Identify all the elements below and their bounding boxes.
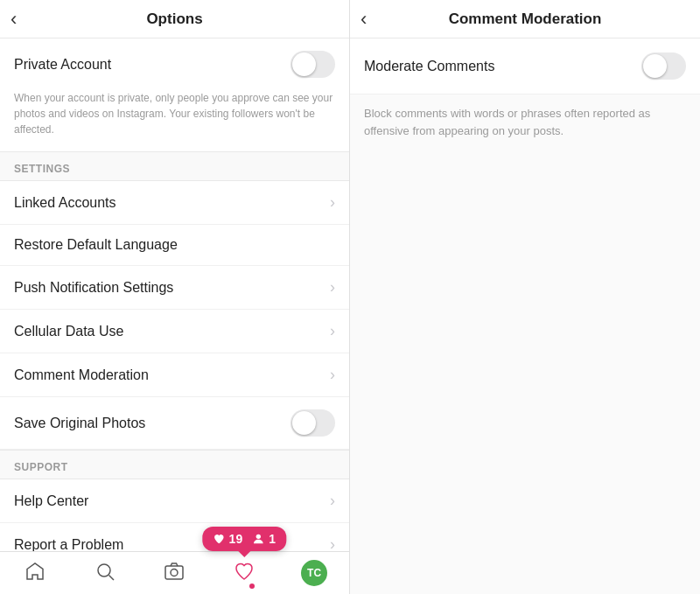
save-photos-toggle[interactable] xyxy=(290,409,335,437)
save-photos-row: Save Original Photos xyxy=(0,397,349,450)
camera-icon xyxy=(164,561,185,585)
moderate-comments-description: Block comments with words or phrases oft… xyxy=(350,94,700,150)
report-problem-row[interactable]: Report a Problem › xyxy=(0,523,349,551)
svg-point-0 xyxy=(98,564,110,577)
private-account-description: When your account is private, only peopl… xyxy=(0,90,349,151)
options-content: Private Account When your account is pri… xyxy=(0,38,349,551)
likes-section: 19 xyxy=(214,532,243,546)
linked-accounts-label: Linked Accounts xyxy=(14,195,116,211)
home-tab[interactable] xyxy=(0,552,70,594)
restore-language-row[interactable]: Restore Default Language xyxy=(0,225,349,266)
comment-moderation-content: Moderate Comments Block comments with wo… xyxy=(350,38,700,594)
private-account-row: Private Account xyxy=(0,38,349,90)
linked-accounts-row[interactable]: Linked Accounts › xyxy=(0,181,349,225)
help-center-chevron: › xyxy=(330,492,335,510)
profile-avatar: TC xyxy=(301,560,327,586)
help-center-row[interactable]: Help Center › xyxy=(0,479,349,523)
push-notification-row[interactable]: Push Notification Settings › xyxy=(0,266,349,310)
search-tab[interactable] xyxy=(70,552,140,594)
svg-line-1 xyxy=(108,576,114,581)
private-account-toggle[interactable] xyxy=(290,51,335,78)
comment-moderation-title: Comment Moderation xyxy=(449,10,602,28)
left-panel: ‹ Options Private Account When your acco… xyxy=(0,0,350,594)
moderate-comments-label: Moderate Comments xyxy=(364,59,494,74)
push-notification-label: Push Notification Settings xyxy=(14,280,173,296)
moderate-comments-row: Moderate Comments xyxy=(350,38,700,94)
followers-section: 1 xyxy=(251,532,276,546)
cellular-data-chevron: › xyxy=(330,322,335,340)
save-photos-label: Save Original Photos xyxy=(14,416,145,431)
right-panel: ‹ Comment Moderation Moderate Comments B… xyxy=(350,0,700,594)
linked-accounts-chevron: › xyxy=(330,193,335,212)
back-button[interactable]: ‹ xyxy=(10,8,17,31)
followers-count: 1 xyxy=(269,532,276,546)
home-icon xyxy=(24,561,46,585)
notification-bubble: 19 1 xyxy=(203,527,286,551)
cellular-data-label: Cellular Data Use xyxy=(14,324,123,339)
svg-rect-2 xyxy=(165,566,183,579)
profile-tab[interactable]: TC xyxy=(279,552,349,594)
options-header: ‹ Options xyxy=(0,0,349,38)
comment-mod-back-button[interactable]: ‹ xyxy=(360,8,367,31)
report-problem-label: Report a Problem xyxy=(14,537,123,552)
support-section-header: SUPPORT xyxy=(0,450,349,479)
svg-point-4 xyxy=(256,535,261,539)
svg-point-3 xyxy=(171,570,178,577)
heart-icon xyxy=(234,561,255,585)
private-account-label: Private Account xyxy=(14,57,111,73)
moderate-comments-toggle[interactable] xyxy=(641,52,686,80)
restore-language-label: Restore Default Language xyxy=(14,237,178,253)
comment-moderation-chevron: › xyxy=(330,366,335,384)
cellular-data-row[interactable]: Cellular Data Use › xyxy=(0,310,349,353)
comment-moderation-header: ‹ Comment Moderation xyxy=(350,0,700,38)
activity-tab[interactable]: 19 1 xyxy=(209,552,279,594)
push-notification-chevron: › xyxy=(330,278,335,297)
camera-tab[interactable] xyxy=(140,552,210,594)
settings-section-header: SETTINGS xyxy=(0,151,349,181)
comment-moderation-label: Comment Moderation xyxy=(14,367,149,383)
options-title: Options xyxy=(146,10,202,28)
tab-bar: 19 1 TC xyxy=(0,551,349,594)
report-problem-chevron: › xyxy=(330,535,335,551)
comment-moderation-row[interactable]: Comment Moderation › xyxy=(0,353,349,397)
activity-dot xyxy=(249,584,255,589)
help-center-label: Help Center xyxy=(14,493,88,509)
likes-count: 19 xyxy=(229,532,243,546)
search-icon xyxy=(94,561,116,585)
